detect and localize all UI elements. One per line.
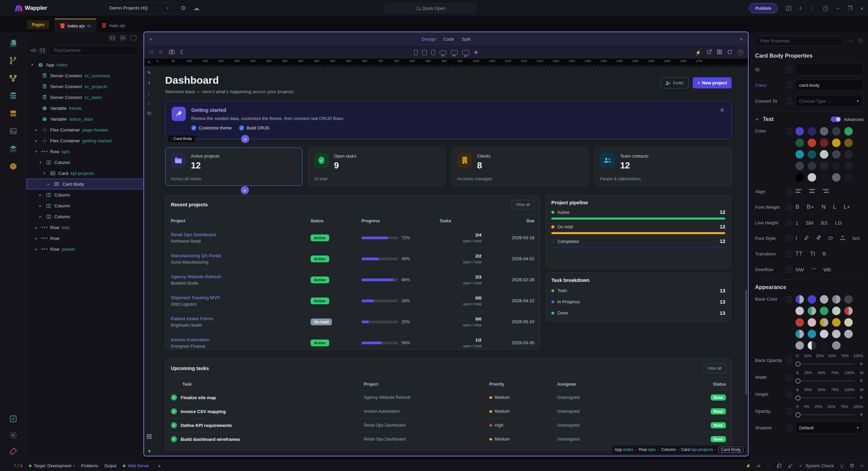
color-swatch[interactable]: [832, 173, 841, 182]
tree-item-app-index[interactable]: ▾Appindex: [26, 59, 142, 70]
color-swatch[interactable]: [795, 150, 804, 159]
color-swatch[interactable]: [820, 139, 828, 147]
id-input[interactable]: [795, 64, 863, 75]
expand-arrow-icon[interactable]: ▸: [38, 193, 43, 197]
project-link[interactable]: Patient Intake Forms: [171, 316, 311, 321]
slider-mark[interactable]: M: [860, 371, 863, 375]
expand-arrow-icon[interactable]: ▾: [38, 160, 43, 165]
slider-mark[interactable]: 25%: [804, 371, 812, 375]
gear-icon[interactable]: ⚙: [180, 5, 186, 11]
tree-item-row-lists[interactable]: ▸Rowlists: [26, 222, 142, 233]
device-monitor-icon[interactable]: [462, 50, 469, 55]
tree-item-row[interactable]: ▸Row: [26, 233, 142, 244]
slider-mark[interactable]: 100%: [845, 371, 854, 375]
file-tab-main-ejs[interactable]: main.ejs: [96, 19, 131, 32]
back-color-swatch[interactable]: [832, 307, 841, 315]
expand-arrow-icon[interactable]: ▸: [34, 247, 39, 251]
kpi-card-team-contacts[interactable]: Team contacts12People & stakeholders: [594, 147, 732, 186]
device-tablet-icon[interactable]: [431, 50, 435, 55]
preview-eye-icon[interactable]: [146, 111, 152, 116]
rocket-style-icon[interactable]: [816, 235, 821, 241]
selection-label-chip[interactable]: ‹ Card Body: [168, 136, 195, 142]
magic-actions-icon[interactable]: ⚡: [746, 464, 751, 468]
tree-item-card-kpi-projects[interactable]: ▾Cardkpi-projects: [26, 168, 142, 179]
grid-view-icon[interactable]: [110, 36, 115, 40]
device-phone-large-icon[interactable]: [422, 50, 427, 55]
breadcrumb-card-body[interactable]: Card Body: [718, 447, 743, 453]
measure-tool-icon[interactable]: ▯: [148, 91, 150, 96]
slider-knob[interactable]: [795, 362, 801, 367]
view-mode-split[interactable]: Split: [462, 37, 471, 42]
expand-arrow-icon[interactable]: ▸: [38, 204, 43, 208]
convert-to-select[interactable]: Choose Type ...▼: [795, 95, 863, 107]
color-swatch[interactable]: [795, 127, 804, 136]
upcoming-view-all-button[interactable]: View all: [703, 364, 726, 373]
transform-option-tt[interactable]: TT: [795, 250, 803, 257]
responsive-resize-icon[interactable]: ✛: [474, 49, 478, 56]
slider-mark[interactable]: A: [796, 371, 799, 375]
tree-item-column[interactable]: ▾Column: [26, 157, 142, 168]
new-project-button[interactable]: +New project: [693, 77, 732, 88]
sync-arrows-icon[interactable]: ⇄: [757, 464, 760, 468]
cleanup-brush-icon[interactable]: [788, 463, 793, 469]
tree-item-server-connect-sc-tasks[interactable]: Server Connectsc_tasks: [26, 92, 142, 103]
back-color-swatch[interactable]: [795, 318, 804, 327]
thumbs-up-icon[interactable]: [777, 463, 782, 469]
slider-mark[interactable]: 75%: [841, 354, 849, 358]
back-color-swatch[interactable]: [832, 341, 841, 350]
slider-mark[interactable]: 50%: [818, 388, 826, 392]
back-color-swatch[interactable]: [844, 318, 853, 327]
slider-mark[interactable]: 100%: [845, 388, 854, 392]
banner-close-icon[interactable]: ✕: [720, 107, 725, 114]
insert-element-button[interactable]: +: [241, 135, 249, 143]
slider-knob[interactable]: [795, 412, 801, 417]
text-width-icon[interactable]: [840, 236, 846, 241]
slider-knob[interactable]: [795, 378, 801, 384]
insert-element-button-2[interactable]: +: [241, 186, 249, 194]
line-height-option-1[interactable]: 1: [795, 220, 798, 226]
slider-mark[interactable]: 100%: [853, 405, 863, 409]
color-swatch[interactable]: [808, 173, 816, 182]
add-panel-icon[interactable]: +: [158, 463, 161, 469]
color-swatch[interactable]: [844, 127, 853, 136]
color-swatch[interactable]: [832, 150, 841, 159]
transform-option-tt[interactable]: tt: [823, 250, 826, 257]
tree-item-server-connect-sc-summary[interactable]: Server Connectsc_summary: [26, 70, 142, 81]
color-swatch[interactable]: [795, 139, 804, 147]
properties-help-icon[interactable]: ?: [858, 38, 863, 44]
slider-track-area[interactable]: D0%25%50%75%100%✕: [795, 405, 863, 418]
color-swatch[interactable]: [844, 173, 853, 182]
slider-mark[interactable]: 25%: [804, 388, 812, 392]
back-color-swatch[interactable]: [832, 295, 841, 304]
cloud-sync-icon[interactable]: ☁: [193, 5, 199, 11]
find-elements-input[interactable]: [48, 46, 138, 55]
font-style-na[interactable]: N/A: [852, 236, 860, 241]
edit-pencil-icon[interactable]: ✎: [147, 70, 151, 75]
expand-arrow-icon[interactable]: ▾: [42, 171, 47, 176]
bug-icon[interactable]: [850, 463, 854, 469]
slider-mark[interactable]: D: [796, 354, 799, 358]
recent-view-all-button[interactable]: View all: [512, 200, 534, 209]
expand-arrow-icon[interactable]: ▸: [38, 214, 43, 219]
project-link[interactable]: Retail Ops Dashboard: [171, 232, 311, 237]
slider-mark[interactable]: 25%: [816, 354, 824, 358]
database-icon[interactable]: [8, 91, 18, 101]
back-color-swatch[interactable]: [844, 330, 853, 338]
chevron-up-icon[interactable]: [860, 465, 864, 468]
drag-handle-icon[interactable]: ✛: [755, 117, 759, 122]
slider-mark[interactable]: 75%: [831, 388, 839, 392]
font-weight-option-l[interactable]: L: [833, 204, 836, 210]
line-height-option-lg[interactable]: LG: [835, 220, 842, 226]
shadow-select[interactable]: Default▼: [795, 422, 863, 434]
overflow-ellipsis-icon[interactable]: °°°: [811, 267, 816, 271]
slider-clear-icon[interactable]: ✕: [860, 361, 863, 366]
color-swatch[interactable]: [820, 173, 828, 182]
back-color-swatch[interactable]: [808, 318, 816, 327]
color-swatch[interactable]: [832, 162, 841, 170]
window-restore-button[interactable]: ❐: [848, 5, 852, 11]
invite-button[interactable]: Invite: [660, 77, 689, 88]
tree-item-row-panels[interactable]: ▸Rowpanels: [26, 244, 142, 254]
font-weight-option-b[interactable]: B: [795, 204, 799, 210]
transform-option-tt[interactable]: Tt: [810, 250, 815, 257]
help-icon[interactable]: ?: [823, 5, 828, 11]
